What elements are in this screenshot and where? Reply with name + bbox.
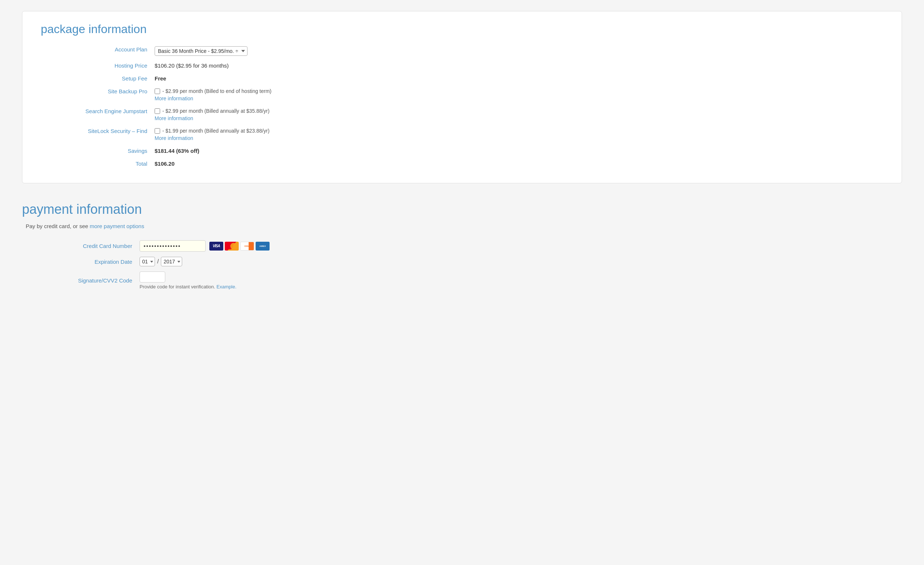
setup-fee-row: Setup Fee Free <box>37 74 887 81</box>
total-row: Total $106.20 <box>37 159 887 167</box>
payment-information-section: payment information Pay by credit card, … <box>22 198 902 298</box>
mastercard-icon <box>225 242 239 251</box>
payment-section-title: payment information <box>22 202 902 217</box>
payment-subtitle-text: Pay by credit card, or see <box>26 223 90 229</box>
sitelock-row: SiteLock Security – Find - $1.99 per mon… <box>37 126 887 141</box>
hosting-price-value: $106.20 ($2.95 for 36 months) <box>154 61 887 69</box>
credit-card-row: Credit Card Number VISA DISC AMEX <box>22 240 902 252</box>
search-engine-checkbox[interactable] <box>154 108 160 114</box>
search-engine-more-info[interactable]: More information <box>154 115 887 121</box>
package-information-section: package information Account Plan Basic 3… <box>22 11 902 183</box>
search-engine-row: Search Engine Jumpstart - $2.99 per mont… <box>37 107 887 121</box>
total-value: $106.20 <box>154 159 887 167</box>
cvv-input-group: Provide code for instant verification. E… <box>140 272 237 290</box>
savings-row: Savings $181.44 (63% off) <box>37 146 887 154</box>
expiry-slash: / <box>157 258 159 265</box>
expiry-input-group: 01 02 03 04 05 06 07 08 09 10 11 12 / 20… <box>140 257 182 266</box>
setup-fee-value: Free <box>154 74 887 81</box>
payment-subtitle: Pay by credit card, or see more payment … <box>22 223 902 229</box>
expiration-date-row: Expiration Date 01 02 03 04 05 06 07 08 … <box>22 257 902 266</box>
setup-fee-text: Free <box>154 75 166 81</box>
hosting-price-label: Hosting Price <box>37 61 154 69</box>
site-backup-more-info[interactable]: More information <box>154 96 887 101</box>
account-plan-label: Account Plan <box>37 45 154 53</box>
account-plan-select[interactable]: Basic 36 Month Price - $2.95/mo. ÷ Basic… <box>154 46 248 56</box>
site-backup-text: - $2.99 per month (Billed to end of host… <box>162 88 272 94</box>
site-backup-label: Site Backup Pro <box>37 87 154 95</box>
svg-point-1 <box>230 243 237 249</box>
site-backup-value: - $2.99 per month (Billed to end of host… <box>154 87 887 101</box>
cvv-help-text: Provide code for instant verification. E… <box>140 284 237 290</box>
package-section-title: package information <box>37 23 887 36</box>
sitelock-text: - $1.99 per month (Billed annually at $2… <box>162 128 270 134</box>
sitelock-label: SiteLock Security – Find <box>37 126 154 134</box>
visa-icon: VISA <box>209 242 223 251</box>
account-plan-value: Basic 36 Month Price - $2.95/mo. ÷ Basic… <box>154 45 887 56</box>
credit-card-input[interactable] <box>140 240 206 252</box>
search-engine-value: - $2.99 per month (Billed annually at $3… <box>154 107 887 121</box>
expiry-month-select[interactable]: 01 02 03 04 05 06 07 08 09 10 11 12 <box>140 257 155 266</box>
credit-card-label: Credit Card Number <box>22 243 140 249</box>
credit-card-input-group: VISA DISC AMEX <box>140 240 270 252</box>
more-payment-options-link[interactable]: more payment options <box>90 223 144 229</box>
cvv-input[interactable] <box>140 272 165 282</box>
cc-icons-group: VISA DISC AMEX <box>209 242 270 251</box>
search-engine-text: - $2.99 per month (Billed annually at $3… <box>162 108 270 114</box>
site-backup-checkbox-row: - $2.99 per month (Billed to end of host… <box>154 88 887 94</box>
savings-label: Savings <box>37 146 154 154</box>
total-label: Total <box>37 159 154 167</box>
expiration-date-label: Expiration Date <box>22 258 140 265</box>
cvv-row: Signature/CVV2 Code Provide code for ins… <box>22 272 902 290</box>
search-engine-label: Search Engine Jumpstart <box>37 107 154 114</box>
savings-value: $181.44 (63% off) <box>154 146 887 154</box>
cvv-label: Signature/CVV2 Code <box>22 277 140 284</box>
sitelock-value: - $1.99 per month (Billed annually at $2… <box>154 126 887 141</box>
account-plan-row: Account Plan Basic 36 Month Price - $2.9… <box>37 45 887 56</box>
cvv-example-link[interactable]: Example. <box>217 284 237 290</box>
amex-icon: AMEX <box>256 242 270 251</box>
site-backup-checkbox[interactable] <box>154 89 160 94</box>
sitelock-more-info[interactable]: More information <box>154 135 887 141</box>
sitelock-checkbox-row: - $1.99 per month (Billed annually at $2… <box>154 128 887 134</box>
search-engine-checkbox-row: - $2.99 per month (Billed annually at $3… <box>154 108 887 114</box>
sitelock-checkbox[interactable] <box>154 128 160 134</box>
hosting-price-row: Hosting Price $106.20 ($2.95 for 36 mont… <box>37 61 887 69</box>
setup-fee-label: Setup Fee <box>37 74 154 81</box>
discover-icon: DISC <box>240 242 254 251</box>
site-backup-row: Site Backup Pro - $2.99 per month (Bille… <box>37 87 887 101</box>
cvv-help-static: Provide code for instant verification. <box>140 284 215 290</box>
expiry-year-select[interactable]: 2017 2018 2019 2020 2021 2022 2023 2024 … <box>161 257 182 266</box>
